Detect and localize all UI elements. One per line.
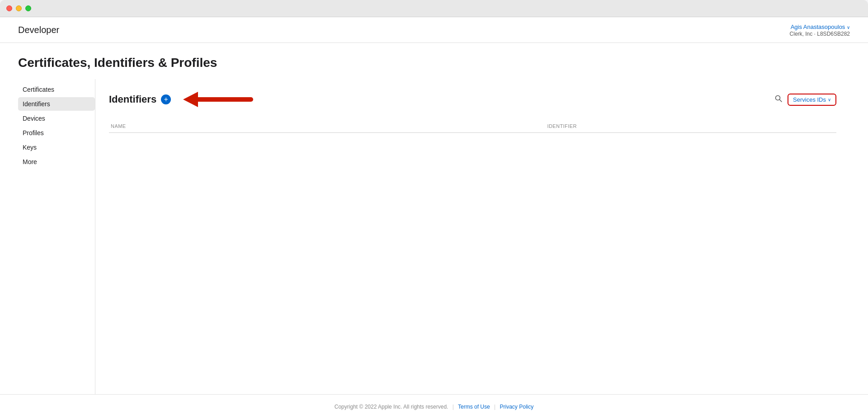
col-header-name: NAME xyxy=(109,120,545,133)
main-wrapper: Developer Agis Anastasopoulos ∨ Clerk, I… xyxy=(0,17,868,419)
brand-logo: Developer xyxy=(18,25,59,35)
minimize-button[interactable] xyxy=(16,5,22,11)
user-name-text: Agis Anastasopoulos xyxy=(791,24,845,30)
sidebar: Certificates Identifiers Devices Profile… xyxy=(18,79,95,394)
sidebar-item-certificates[interactable]: Certificates xyxy=(18,83,95,96)
filter-group: Services IDs ∨ xyxy=(773,93,836,106)
identifiers-table: NAME IDENTIFIER xyxy=(109,120,836,133)
terms-of-use-link[interactable]: Terms of Use xyxy=(458,404,490,410)
sidebar-item-devices[interactable]: Devices xyxy=(18,112,95,125)
filter-chevron-icon: ∨ xyxy=(828,97,831,102)
user-info: Agis Anastasopoulos ∨ Clerk, Inc · L8SD6… xyxy=(790,23,850,37)
footer-copyright: Copyright © 2022 Apple Inc. All rights r… xyxy=(335,404,448,410)
table-header-row: NAME IDENTIFIER xyxy=(109,120,836,133)
sidebar-item-identifiers[interactable]: Identifiers xyxy=(18,97,95,111)
main-panel: Identifiers + xyxy=(95,79,850,394)
arrow-annotation xyxy=(181,88,253,111)
filter-dropdown-button[interactable]: Services IDs ∨ xyxy=(788,94,836,106)
privacy-policy-link[interactable]: Privacy Policy xyxy=(500,404,534,410)
svg-marker-1 xyxy=(183,92,198,107)
table-head: NAME IDENTIFIER xyxy=(109,120,836,133)
fullscreen-button[interactable] xyxy=(25,5,31,11)
user-chevron-icon: ∨ xyxy=(847,25,850,30)
user-org-text: Clerk, Inc · L8SD6SB282 xyxy=(790,31,850,37)
traffic-lights xyxy=(6,5,31,11)
search-icon xyxy=(775,95,782,102)
add-icon: + xyxy=(164,96,168,103)
page-title-area: Certificates, Identifiers & Profiles xyxy=(0,43,868,79)
arrow-svg xyxy=(181,88,253,111)
sidebar-item-more[interactable]: More xyxy=(18,155,95,169)
top-nav: Developer Agis Anastasopoulos ∨ Clerk, I… xyxy=(0,17,868,43)
sidebar-item-profiles[interactable]: Profiles xyxy=(18,126,95,140)
user-name-link[interactable]: Agis Anastasopoulos ∨ xyxy=(791,24,850,30)
svg-line-3 xyxy=(780,100,782,102)
panel-title-group: Identifiers + xyxy=(109,88,253,111)
footer-sep-1: | xyxy=(453,404,454,410)
footer-sep-2: | xyxy=(494,404,495,410)
page-title: Certificates, Identifiers & Profiles xyxy=(18,56,850,70)
search-button[interactable] xyxy=(773,93,784,106)
sidebar-item-keys[interactable]: Keys xyxy=(18,141,95,154)
apple-icon: Developer xyxy=(18,25,59,35)
filter-dropdown-label: Services IDs xyxy=(793,96,826,103)
add-identifier-button[interactable]: + xyxy=(161,94,171,104)
content-layout: Certificates Identifiers Devices Profile… xyxy=(0,79,868,394)
window-chrome xyxy=(0,0,868,17)
panel-header: Identifiers + xyxy=(109,88,836,111)
panel-title: Identifiers xyxy=(109,94,156,105)
close-button[interactable] xyxy=(6,5,12,11)
footer: Copyright © 2022 Apple Inc. All rights r… xyxy=(0,394,868,419)
col-header-identifier: IDENTIFIER xyxy=(545,120,836,133)
